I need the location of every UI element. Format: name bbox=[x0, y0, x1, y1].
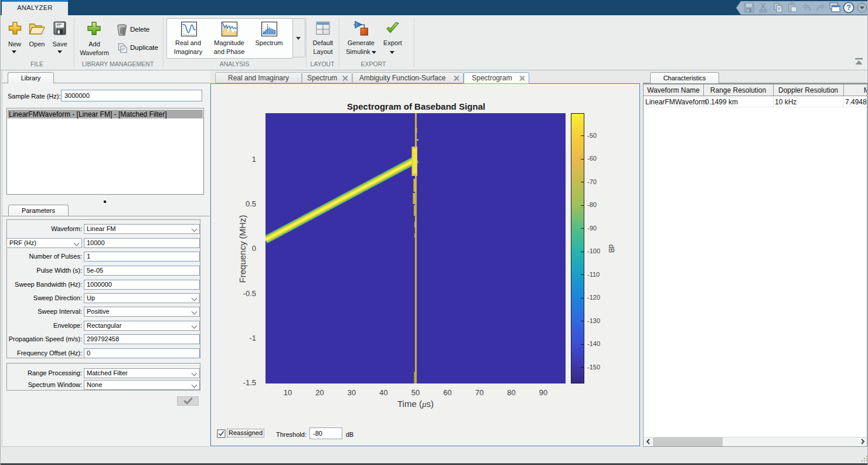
svg-text:?: ? bbox=[846, 4, 851, 12]
